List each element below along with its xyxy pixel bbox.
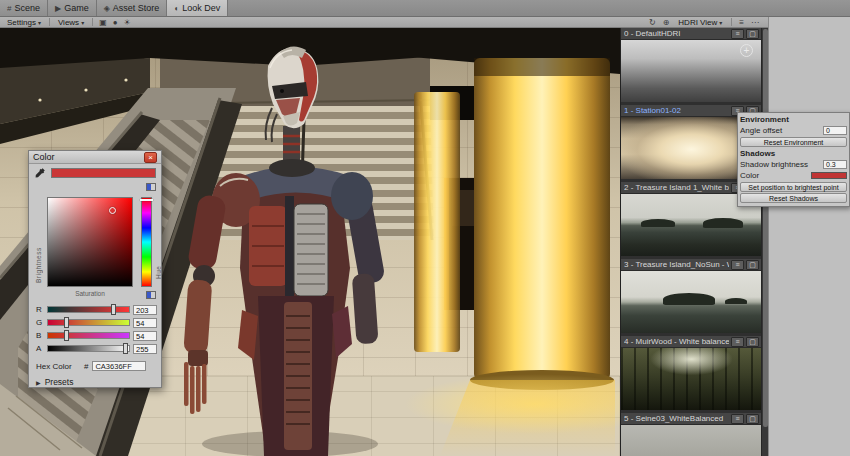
tab-look-dev-label: Look Dev (182, 3, 220, 13)
rotate-icon[interactable]: ↻ (647, 18, 658, 27)
red-value-field[interactable]: 203 (133, 305, 157, 315)
tab-look-dev[interactable]: ◐ Look Dev (167, 0, 228, 16)
item-menu-button[interactable]: ≡ (731, 29, 744, 39)
island-silhouette (663, 293, 715, 305)
hdri-view-dropdown[interactable]: HDRI View ▾ (674, 17, 726, 27)
blue-value-field[interactable]: 54 (133, 331, 157, 341)
angle-offset-field[interactable]: 0 (823, 126, 847, 135)
hdri-item-5: 5 - Seine03_WhiteBalanced ≡ ▢ (621, 413, 762, 456)
color-boxes-icon[interactable] (146, 291, 156, 299)
settings-dropdown[interactable]: Settings ▾ (3, 17, 45, 27)
chevron-down-icon: ▾ (38, 19, 41, 26)
hdri-view-label: HDRI View (678, 18, 717, 27)
reset-environment-button[interactable]: Reset Environment (740, 137, 847, 147)
item-frame-button[interactable]: ▢ (746, 29, 759, 39)
tab-scene[interactable]: # Scene (0, 0, 48, 16)
item-frame-button[interactable]: ▢ (746, 414, 759, 424)
menu-icon[interactable]: ≡ (737, 18, 746, 27)
red-channel-label: R (36, 305, 44, 314)
alpha-value-field[interactable]: 255 (133, 344, 157, 354)
blue-slider-row: B 54 (36, 329, 157, 342)
eyedropper-icon[interactable] (34, 167, 46, 179)
saturation-axis-label: Saturation (47, 290, 133, 297)
hdri-item-label: 2 - Treasure Island 1_White balan (624, 183, 729, 192)
island-silhouette (725, 298, 747, 304)
red-slider-row: R 203 (36, 303, 157, 316)
hdri-item-label-selected: 1 - Station01-02 (624, 106, 729, 115)
scrollbar-track[interactable] (761, 28, 768, 456)
views-dropdown[interactable]: Views ▾ (54, 17, 88, 27)
hdri-item-header[interactable]: 0 - DefaultHDRI ≡ ▢ (621, 28, 762, 40)
shadow-brightness-field[interactable]: 0.3 (823, 160, 847, 169)
hdri-thumbnail[interactable] (621, 425, 762, 456)
target-icon[interactable]: ⊕ (661, 18, 672, 27)
hdri-item-header[interactable]: 3 - Treasure Island_NoSun - Whit ≡ ▢ (621, 259, 762, 271)
hdri-item-label: 3 - Treasure Island_NoSun - Whit (624, 260, 729, 269)
item-frame-button[interactable]: ▢ (746, 337, 759, 347)
shadows-section-header: Shadows (740, 149, 775, 158)
item-menu-button[interactable]: ≡ (731, 260, 744, 270)
camera-icon[interactable]: ▣ (97, 18, 109, 27)
presets-foldout[interactable]: ▶ Presets (36, 377, 73, 387)
color-window-title: Color (33, 152, 55, 162)
hdri-item-4: 4 - MuirWood - White balanced ≡ ▢ (621, 336, 762, 410)
toolbar-divider (92, 18, 93, 26)
sv-picker-marker[interactable] (109, 207, 116, 214)
hdri-item-header[interactable]: 5 - Seine03_WhiteBalanced ≡ ▢ (621, 413, 762, 425)
presets-label: Presets (45, 377, 74, 387)
hdri-item-header[interactable]: 4 - MuirWood - White balanced ≡ ▢ (621, 336, 762, 348)
toolbar-divider (49, 18, 50, 26)
add-hdri-button[interactable]: + (740, 44, 753, 57)
hex-color-row: Hex Color # CA3636FF (36, 361, 157, 371)
close-icon[interactable]: × (144, 152, 157, 163)
more-icon[interactable]: ⋯ (749, 18, 761, 27)
hdri-thumbnail[interactable]: + (621, 40, 762, 102)
tab-game[interactable]: ▶ Game (48, 0, 97, 16)
hdri-thumbnail[interactable] (621, 348, 762, 410)
green-slider-handle[interactable] (64, 317, 69, 328)
alpha-slider[interactable] (47, 345, 130, 352)
green-value-field[interactable]: 54 (133, 318, 157, 328)
blue-channel-label: B (36, 331, 44, 340)
saturation-value-box[interactable] (47, 197, 133, 287)
hash-prefix: # (84, 362, 88, 371)
island-silhouette (703, 218, 743, 228)
look-dev-tab-icon: ◐ (174, 4, 179, 13)
color-picker-window: Color × Brightness Hue Saturation R 203 … (28, 150, 162, 388)
sun-icon[interactable]: ☀ (122, 18, 133, 27)
hdri-item-0: 0 - DefaultHDRI ≡ ▢ + (621, 28, 762, 102)
color-boxes-icon[interactable] (146, 183, 156, 191)
shadow-color-swatch[interactable] (811, 172, 847, 179)
hue-strip[interactable] (141, 197, 152, 287)
item-menu-button[interactable]: ≡ (731, 337, 744, 347)
hdri-thumbnail[interactable] (621, 271, 762, 333)
tab-game-label: Game (64, 3, 89, 13)
rgba-sliders: R 203 G 54 B 54 A 255 (36, 303, 157, 355)
reset-shadows-button[interactable]: Reset Shadows (740, 193, 847, 203)
green-slider[interactable] (47, 319, 130, 326)
chevron-down-icon: ▾ (81, 19, 84, 26)
hex-color-label: Hex Color (36, 362, 80, 371)
hex-color-field[interactable]: CA3636FF (92, 361, 146, 371)
hue-axis-label: Hue (155, 205, 162, 279)
blue-slider[interactable] (47, 332, 130, 339)
environment-section-header: Environment (740, 115, 789, 124)
hue-marker[interactable] (140, 199, 153, 201)
item-frame-button[interactable]: ▢ (746, 260, 759, 270)
views-label: Views (58, 18, 79, 27)
shadow-brightness-label: Shadow brightness (740, 160, 821, 169)
tab-bar: # Scene ▶ Game ◈ Asset Store ◐ Look Dev … (0, 0, 850, 17)
red-slider-handle[interactable] (111, 304, 116, 315)
red-slider[interactable] (47, 306, 130, 313)
set-position-button[interactable]: Set position to brightest point (740, 182, 847, 192)
tab-asset-store[interactable]: ◈ Asset Store (97, 0, 168, 16)
sphere-icon[interactable]: ● (111, 18, 120, 27)
alpha-slider-handle[interactable] (123, 343, 128, 354)
settings-label: Settings (7, 18, 36, 27)
item-menu-button[interactable]: ≡ (731, 414, 744, 424)
color-preview-row (29, 164, 161, 179)
blue-slider-handle[interactable] (64, 330, 69, 341)
color-window-titlebar[interactable]: Color × (29, 151, 161, 164)
lookdev-toolbar: Settings ▾ Views ▾ ▣ ● ☀ ↻ ⊕ HDRI View ▾… (0, 17, 768, 28)
lit-columns (405, 58, 620, 456)
